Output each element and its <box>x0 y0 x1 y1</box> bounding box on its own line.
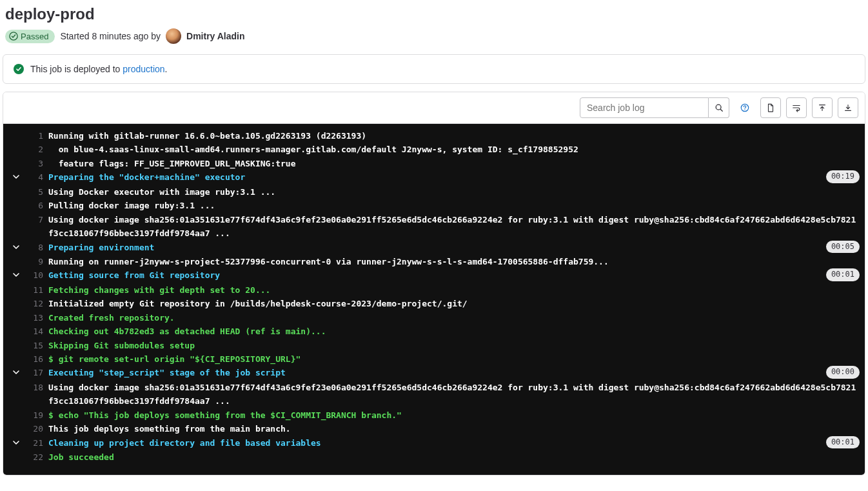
scroll-top-button[interactable] <box>812 97 833 118</box>
log-content: feature flags: FF_USE_IMPROVED_URL_MASKI… <box>48 157 865 170</box>
log-body: 1Running with gitlab-runner 16.6.0~beta.… <box>3 124 865 475</box>
search-button[interactable] <box>709 97 729 118</box>
deploy-banner: This job is deployed to production. <box>3 54 865 84</box>
log-content: Checking out 4b782ed3 as detached HEAD (… <box>48 325 865 338</box>
status-badge: Passed <box>5 30 55 43</box>
section-duration: 00:19 <box>826 170 860 183</box>
line-number: 2 <box>29 143 48 156</box>
svg-point-4 <box>744 109 745 110</box>
wrap-lines-button[interactable] <box>786 97 807 118</box>
log-line: 13Created fresh repository. <box>3 311 865 325</box>
line-number: 14 <box>29 325 48 338</box>
log-content: Executing "step_script" stage of the job… <box>48 366 821 379</box>
chevron-down-icon <box>12 368 20 376</box>
section-duration: 00:00 <box>826 366 860 379</box>
log-line: 14Checking out 4b782ed3 as detached HEAD… <box>3 325 865 338</box>
line-number: 8 <box>29 241 48 254</box>
log-content: Running with gitlab-runner 16.6.0~beta.1… <box>48 129 865 143</box>
log-content: Created fresh repository. <box>48 311 865 325</box>
log-line: 15Skipping Git submodules setup <box>3 339 865 352</box>
log-line: 22Job succeeded <box>3 450 865 464</box>
document-icon <box>766 103 775 112</box>
line-number: 6 <box>29 199 48 212</box>
banner-suffix: . <box>165 64 168 74</box>
collapse-toggle[interactable] <box>3 241 29 255</box>
log-content: on blue-4.saas-linux-small-amd64.runners… <box>48 143 865 156</box>
environment-link[interactable]: production <box>123 64 164 74</box>
line-number: 12 <box>29 297 48 310</box>
scroll-bottom-button[interactable] <box>838 97 858 118</box>
help-button[interactable] <box>735 97 755 118</box>
log-section-header[interactable]: 17Executing "step_script" stage of the j… <box>3 366 865 380</box>
svg-line-2 <box>720 109 722 111</box>
log-content: $ echo "This job deploys something from … <box>48 408 865 422</box>
section-duration: 00:01 <box>826 436 860 449</box>
deploy-banner-text: This job is deployed to production. <box>30 64 167 74</box>
started-text: Started 8 minutes ago by <box>60 31 161 41</box>
line-number: 7 <box>29 213 48 226</box>
log-line: 7Using docker image sha256:01a351631e77f… <box>3 213 865 241</box>
collapse-toggle[interactable] <box>3 436 29 450</box>
banner-prefix: This job is deployed to <box>30 64 123 74</box>
line-number: 16 <box>29 352 48 366</box>
line-number: 21 <box>29 436 48 450</box>
log-line: 19$ echo "This job deploys something fro… <box>3 408 865 422</box>
log-content: This job deploys something from the main… <box>48 422 865 436</box>
raw-log-button[interactable] <box>760 97 781 118</box>
arrow-down-icon <box>843 103 853 112</box>
line-number: 3 <box>29 157 48 170</box>
check-circle-icon <box>9 32 18 41</box>
chevron-down-icon <box>12 243 20 251</box>
line-number: 1 <box>29 129 48 143</box>
log-content: $ git remote set-url origin "${CI_REPOSI… <box>48 352 865 366</box>
log-section-header[interactable]: 10Getting source from Git repository00:0… <box>3 268 865 283</box>
log-content: Pulling docker image ruby:3.1 ... <box>48 199 865 212</box>
log-line: 2 on blue-4.saas-linux-small-amd64.runne… <box>3 143 865 156</box>
log-content: Cleaning up project directory and file b… <box>48 436 821 450</box>
collapse-toggle[interactable] <box>3 170 29 185</box>
collapse-toggle[interactable] <box>3 366 29 380</box>
log-content: Using Docker executor with image ruby:3.… <box>48 185 865 199</box>
log-line: 20This job deploys something from the ma… <box>3 422 865 436</box>
line-number: 5 <box>29 185 48 199</box>
log-section-header[interactable]: 21Cleaning up project directory and file… <box>3 436 865 450</box>
chevron-down-icon <box>12 173 20 181</box>
log-line: 5Using Docker executor with image ruby:3… <box>3 185 865 199</box>
line-number: 13 <box>29 311 48 325</box>
line-number: 15 <box>29 339 48 352</box>
log-toolbar <box>3 92 865 124</box>
log-line: 3 feature flags: FF_USE_IMPROVED_URL_MAS… <box>3 157 865 170</box>
log-content: Job succeeded <box>48 450 865 464</box>
search-icon <box>715 103 724 112</box>
author-name[interactable]: Dmitry Aladin <box>186 31 245 41</box>
collapse-toggle[interactable] <box>3 268 29 283</box>
line-number: 11 <box>29 283 48 297</box>
log-line: 12Initialized empty Git repository in /b… <box>3 297 865 310</box>
search-input[interactable] <box>580 97 709 118</box>
help-icon <box>740 103 749 112</box>
success-icon <box>14 64 24 74</box>
log-content: Initialized empty Git repository in /bui… <box>48 297 865 310</box>
log-content: Skipping Git submodules setup <box>48 339 865 352</box>
section-duration: 00:01 <box>826 268 860 281</box>
log-line: 16$ git remote set-url origin "${CI_REPO… <box>3 352 865 366</box>
line-number: 4 <box>29 170 48 184</box>
log-section-header[interactable]: 8Preparing environment00:05 <box>3 241 865 255</box>
log-section-header[interactable]: 4Preparing the "docker+machine" executor… <box>3 170 865 185</box>
log-content: Using docker image sha256:01a351631e77f6… <box>48 381 865 408</box>
status-row: Passed Started 8 minutes ago by Dmitry A… <box>0 26 868 54</box>
line-number: 18 <box>29 381 48 394</box>
log-content: Fetching changes with git depth set to 2… <box>48 283 865 297</box>
status-badge-label: Passed <box>21 32 48 41</box>
line-number: 22 <box>29 450 48 464</box>
chevron-down-icon <box>12 271 20 279</box>
avatar[interactable] <box>166 28 181 44</box>
log-line: 11Fetching changes with git depth set to… <box>3 283 865 297</box>
wrap-icon <box>792 103 801 112</box>
log-content: Getting source from Git repository <box>48 268 821 282</box>
line-number: 19 <box>29 408 48 422</box>
log-line: 6Pulling docker image ruby:3.1 ... <box>3 199 865 212</box>
log-content: Using docker image sha256:01a351631e77f6… <box>48 213 865 241</box>
arrow-up-icon <box>818 103 827 112</box>
line-number: 9 <box>29 255 48 268</box>
